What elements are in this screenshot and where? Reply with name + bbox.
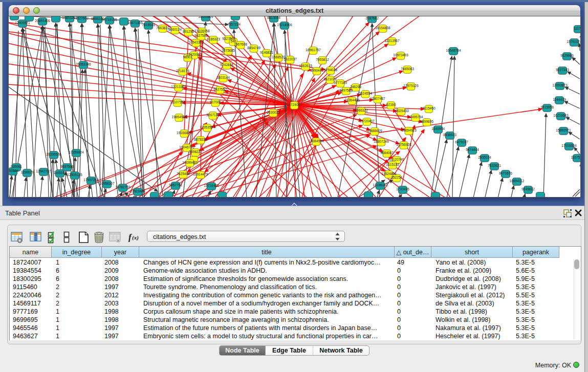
svg-text:252254: 252254 [391, 176, 402, 179]
svg-text:7485063: 7485063 [401, 67, 414, 71]
svg-text:1167534: 1167534 [571, 156, 580, 159]
svg-text:8427552: 8427552 [213, 87, 227, 91]
svg-text:20691406: 20691406 [35, 19, 50, 23]
svg-text:6794028: 6794028 [324, 68, 337, 72]
svg-text:6497568: 6497568 [339, 89, 353, 92]
svg-text:19654985: 19654985 [171, 115, 187, 119]
svg-text:8660124: 8660124 [168, 28, 182, 31]
svg-text:16099489: 16099489 [182, 161, 198, 164]
svg-text:16914479: 16914479 [193, 172, 208, 176]
svg-text:12093873: 12093873 [552, 83, 568, 87]
svg-text:(x): (x) [132, 234, 139, 241]
svg-text:7986322: 7986322 [355, 108, 368, 112]
svg-text:16782759: 16782759 [115, 185, 130, 189]
svg-text:8186323: 8186323 [207, 37, 220, 41]
svg-text:3498222: 3498222 [189, 150, 202, 154]
svg-text:10958107: 10958107 [99, 182, 115, 185]
svg-text:12213967: 12213967 [384, 39, 400, 42]
svg-text:7632621: 7632621 [488, 164, 501, 167]
svg-text:12923448: 12923448 [130, 189, 145, 193]
svg-text:10756928: 10756928 [396, 143, 411, 146]
svg-text:11172: 11172 [574, 27, 580, 30]
svg-text:10807487: 10807487 [370, 97, 385, 100]
svg-text:9474444: 9474444 [466, 148, 479, 151]
svg-text:1156829: 1156829 [20, 170, 34, 174]
svg-text:20206536: 20206536 [46, 152, 61, 156]
svg-text:19218506: 19218506 [277, 23, 292, 27]
svg-text:14196141: 14196141 [373, 183, 388, 187]
svg-text:13524851: 13524851 [381, 172, 397, 176]
svg-text:10025433: 10025433 [394, 109, 409, 113]
svg-text:1244419: 1244419 [553, 98, 566, 101]
svg-text:1621022: 1621022 [323, 77, 337, 81]
svg-text:746266: 746266 [350, 85, 361, 89]
svg-text:9777169: 9777169 [334, 81, 347, 84]
svg-text:2530023: 2530023 [267, 111, 280, 114]
svg-text:3215958: 3215958 [540, 105, 554, 109]
svg-text:1527602: 1527602 [75, 16, 89, 20]
svg-text:16053809: 16053809 [198, 16, 213, 18]
svg-text:18807249: 18807249 [374, 140, 389, 143]
svg-text:891295: 891295 [183, 30, 194, 33]
svg-text:10688609: 10688609 [367, 129, 382, 133]
svg-text:9827505: 9827505 [194, 34, 208, 37]
svg-text:1362615: 1362615 [299, 64, 312, 68]
svg-text:7955812: 7955812 [316, 58, 329, 61]
svg-text:26053346: 26053346 [76, 62, 91, 66]
svg-text:16210643: 16210643 [553, 114, 569, 117]
svg-text:2935114: 2935114 [478, 156, 491, 159]
svg-text:16961757: 16961757 [306, 48, 321, 52]
svg-text:8813054: 8813054 [267, 16, 280, 19]
svg-text:9329966: 9329966 [560, 54, 574, 57]
svg-text:9084067: 9084067 [380, 151, 394, 155]
svg-text:9227343: 9227343 [556, 68, 569, 72]
svg-text:12353594: 12353594 [200, 125, 215, 129]
svg-text:3267130: 3267130 [206, 113, 220, 117]
svg-text:17359924: 17359924 [69, 150, 84, 154]
svg-text:3624554: 3624554 [359, 92, 372, 95]
svg-text:7357224: 7357224 [227, 23, 241, 26]
svg-text:8471676: 8471676 [499, 171, 512, 175]
svg-text:10654112: 10654112 [510, 179, 525, 183]
svg-text:12942737: 12942737 [36, 169, 51, 173]
svg-text:8938923: 8938923 [443, 133, 456, 137]
svg-text:62160: 62160 [386, 103, 396, 106]
svg-text:1640954: 1640954 [431, 127, 445, 130]
svg-text:2087682: 2087682 [365, 16, 379, 20]
svg-text:15716485: 15716485 [204, 184, 219, 187]
svg-text:8454749: 8454749 [247, 46, 260, 50]
svg-text:17016534: 17016534 [561, 144, 577, 147]
svg-text:8990448: 8990448 [310, 69, 323, 72]
svg-text:15751074: 15751074 [567, 40, 580, 43]
svg-text:9397588: 9397588 [60, 165, 74, 168]
svg-text:17957253: 17957253 [83, 178, 99, 182]
svg-text:10719155: 10719155 [102, 18, 117, 21]
svg-text:10973493: 10973493 [393, 53, 408, 57]
svg-text:16120746: 16120746 [389, 158, 404, 161]
svg-text:12405571: 12405571 [15, 21, 30, 25]
svg-text:16648784: 16648784 [446, 49, 461, 52]
svg-text:8878334: 8878334 [194, 138, 207, 141]
svg-text:935061: 935061 [11, 165, 22, 168]
svg-text:21364436: 21364436 [344, 98, 360, 102]
svg-text:391594: 391594 [9, 169, 18, 172]
svg-text:7625402: 7625402 [177, 172, 190, 176]
svg-text:16107553: 16107553 [170, 100, 185, 104]
svg-text:5322037: 5322037 [284, 57, 297, 61]
svg-text:9115460: 9115460 [422, 106, 435, 110]
svg-text:2718176: 2718176 [176, 69, 189, 73]
svg-text:15692971: 15692971 [556, 128, 571, 132]
svg-text:9457791: 9457791 [169, 183, 182, 187]
svg-text:13226058: 13226058 [194, 29, 210, 33]
svg-text:16154838: 16154838 [375, 26, 390, 30]
svg-text:9242848: 9242848 [220, 63, 233, 67]
svg-text:12975125: 12975125 [403, 84, 419, 87]
svg-text:9146821: 9146821 [260, 51, 273, 54]
svg-text:6479197: 6479197 [455, 140, 468, 144]
svg-text:7663822: 7663822 [156, 26, 169, 30]
svg-text:19166827: 19166827 [177, 131, 192, 135]
svg-text:3875685: 3875685 [222, 49, 235, 52]
svg-text:19654923: 19654923 [401, 128, 417, 132]
svg-text:1145194: 1145194 [53, 171, 67, 174]
svg-text:98901: 98901 [183, 55, 193, 59]
